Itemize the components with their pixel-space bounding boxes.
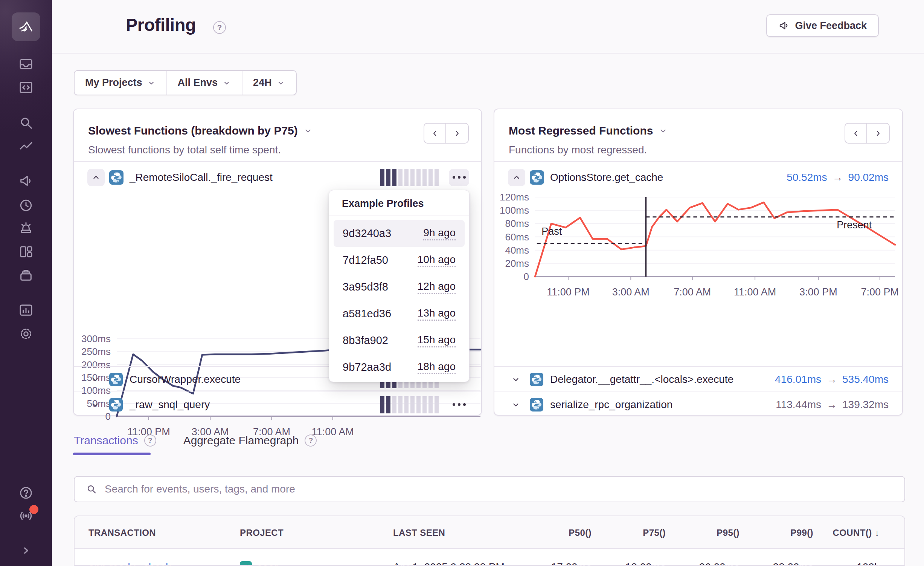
transactions-help-icon[interactable]: ? (144, 434, 156, 447)
active-tab-indicator (73, 453, 151, 455)
regression-chart: 020ms40ms60ms80ms100ms120ms11:00 PM3:00 … (502, 192, 895, 299)
collapse-row-button[interactable] (87, 169, 105, 186)
function-name[interactable]: _raw_snql_query (130, 399, 210, 411)
svg-text:120ms: 120ms (500, 191, 529, 203)
seer-project-icon (240, 561, 252, 566)
most-regressed-title-select[interactable]: Most Regressed Functions (509, 124, 668, 137)
flamegraph-help-icon[interactable]: ? (305, 434, 317, 447)
previous-page-button[interactable] (845, 123, 867, 144)
before-value[interactable]: 50.52ms (787, 171, 827, 184)
replays-icon[interactable] (17, 196, 35, 214)
svg-text:40ms: 40ms (505, 245, 529, 256)
panel-title: Most Regressed Functions (509, 124, 653, 137)
profile-item[interactable]: 3a95d3f8 12h ago (334, 274, 465, 300)
stats-icon[interactable] (17, 301, 35, 319)
feedback-icon[interactable] (17, 172, 35, 190)
date-range-filter[interactable]: 24H (242, 71, 296, 95)
chevron-down-icon (276, 78, 285, 87)
after-value[interactable]: 535.40ms (842, 373, 889, 385)
collapse-row-button[interactable] (508, 169, 525, 186)
profile-id: 9d3240a3 (343, 227, 391, 240)
profile-age: 15h ago (418, 334, 456, 347)
regression-values: 113.44ms → 139.32ms (776, 399, 889, 411)
issues-icon[interactable] (17, 55, 35, 73)
more-options-button[interactable] (449, 396, 469, 413)
column-p75[interactable]: P75() (590, 516, 666, 549)
project-filter[interactable]: My Projects (75, 71, 166, 95)
expand-row-button[interactable] (511, 375, 521, 384)
profile-item[interactable]: 9d3240a3 9h ago (334, 220, 465, 247)
after-value[interactable]: 90.02ms (848, 171, 889, 184)
sentry-logo[interactable] (12, 12, 40, 41)
explore-icon[interactable] (17, 78, 35, 96)
most-regressed-panel: Most Regressed Functions Functions by mo… (494, 109, 903, 416)
collapse-icon[interactable] (17, 542, 35, 560)
column-p95[interactable]: P95() (664, 516, 740, 549)
function-name[interactable]: serialize_rpc_organization (550, 399, 672, 411)
function-name[interactable]: OptionsStore.get_cache (550, 171, 663, 184)
column-project[interactable]: PROJECT (240, 516, 284, 549)
give-feedback-button[interactable]: Give Feedback (766, 14, 879, 37)
dashboards-icon[interactable] (17, 243, 35, 261)
transaction-link[interactable]: app.ready._check (88, 561, 171, 566)
regressed-pager (845, 123, 890, 144)
transactions-table: TRANSACTION PROJECT LAST SEEN P50() P75(… (74, 516, 905, 566)
expand-row-button[interactable] (90, 400, 100, 410)
svg-text:300ms: 300ms (81, 333, 111, 344)
before-value[interactable]: 416.01ms (775, 373, 821, 385)
releases-icon[interactable] (17, 266, 35, 284)
function-row: _raw_snql_query (74, 392, 481, 417)
column-p50[interactable]: P50() (516, 516, 592, 549)
profile-item[interactable]: 9b72aa3d 18h ago (334, 354, 465, 381)
p50-value: 17.00ms (516, 549, 592, 566)
slowest-functions-title-select[interactable]: Slowest Functions (breakdown by P75) (88, 124, 313, 137)
view-tabs: Transactions ? Aggregate Flamegraph ? (74, 434, 317, 447)
tab-label: Transactions (74, 434, 138, 447)
p75-value: 18.00ms (590, 549, 666, 566)
alerts-icon[interactable] (17, 219, 35, 237)
expand-row-button[interactable] (90, 375, 100, 384)
profile-item[interactable]: a581ed36 13h ago (334, 300, 465, 327)
function-name[interactable]: Delegator.__getattr__.<locals>.execute (550, 373, 733, 385)
function-name[interactable]: _RemoteSiloCall._fire_request (130, 171, 273, 184)
column-p99[interactable]: P99() (738, 516, 813, 549)
tab-transactions[interactable]: Transactions ? (74, 434, 156, 447)
tab-aggregate-flamegraph[interactable]: Aggregate Flamegraph ? (183, 434, 317, 447)
table-row[interactable]: app.ready._check seer Apr 1, 2025 9:28:3… (75, 549, 904, 566)
before-value[interactable]: 113.44ms (776, 399, 821, 411)
expand-row-button[interactable] (511, 400, 521, 410)
p95-value: 26.00ms (664, 549, 740, 566)
profiling-help-icon[interactable]: ? (213, 21, 226, 34)
svg-text:11:00 AM: 11:00 AM (734, 286, 776, 298)
function-row: Delegator.__getattr__.<locals>.execute 4… (494, 366, 902, 392)
search-input[interactable] (105, 483, 893, 495)
chevron-down-icon (303, 126, 313, 136)
panel-subtitle: Slowest functions by total self time spe… (88, 144, 281, 156)
after-value[interactable]: 139.32ms (842, 399, 889, 411)
profile-item[interactable]: 8b3fa902 15h ago (334, 327, 465, 354)
more-options-button[interactable] (449, 169, 469, 186)
python-icon (109, 398, 123, 411)
function-name[interactable]: CursorWrapper.execute (130, 373, 241, 385)
column-count[interactable]: COUNT() ↓ (810, 516, 880, 549)
traces-icon[interactable] (17, 138, 35, 156)
column-last-seen[interactable]: LAST SEEN (393, 516, 445, 549)
last-seen-value: Apr 1, 2025 9:28:38 PM (393, 549, 505, 566)
environment-filter[interactable]: All Envs (167, 71, 242, 95)
next-page-button[interactable] (867, 123, 890, 144)
profile-item[interactable]: 7d12fa50 10h ago (334, 247, 465, 274)
project-cell[interactable]: seer (240, 561, 278, 566)
function-row: _RemoteSiloCall._fire_request (74, 161, 481, 193)
previous-page-button[interactable] (424, 123, 446, 144)
help-icon[interactable] (17, 484, 35, 502)
environment-filter-label: All Envs (178, 77, 218, 89)
search-icon[interactable] (17, 114, 35, 132)
python-icon (109, 373, 123, 386)
python-icon (109, 170, 124, 185)
column-transaction[interactable]: TRANSACTION (88, 516, 156, 549)
svg-text:Present: Present (837, 219, 872, 231)
svg-text:100ms: 100ms (500, 205, 529, 216)
search-bar (74, 476, 905, 502)
next-page-button[interactable] (446, 123, 469, 144)
settings-icon[interactable] (17, 325, 35, 343)
